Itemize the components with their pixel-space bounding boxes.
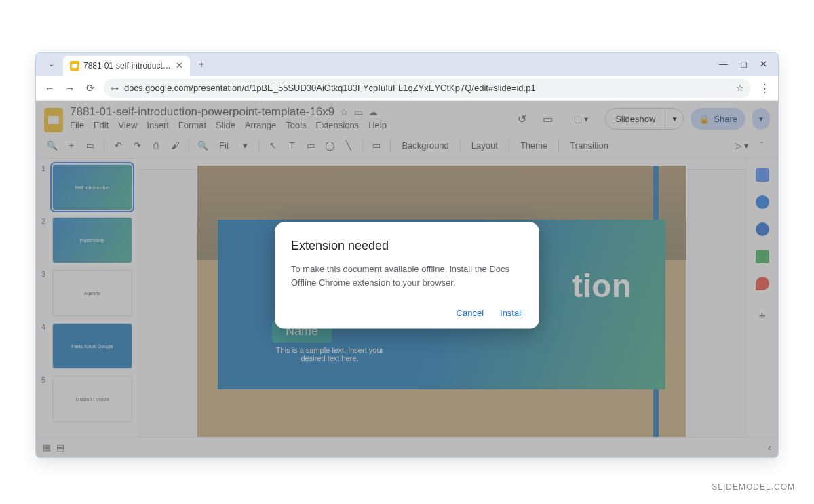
dialog-title: Extension needed	[291, 239, 523, 253]
nav-forward-icon[interactable]: →	[63, 82, 77, 94]
browser-tab[interactable]: 7881-01-self-introduction-pow ✕	[63, 56, 190, 76]
extension-needed-dialog: Extension needed To make this document a…	[275, 222, 539, 329]
tab-strip: ⌄ 7881-01-self-introduction-pow ✕ + — ◻ …	[36, 53, 778, 76]
dialog-cancel-button[interactable]: Cancel	[457, 308, 484, 318]
nav-reload-icon[interactable]: ⟳	[83, 82, 97, 94]
bookmark-star-icon[interactable]: ☆	[736, 83, 744, 93]
nav-back-icon[interactable]: ←	[43, 82, 56, 94]
site-info-icon[interactable]: ⊶	[111, 83, 119, 93]
slides-favicon	[70, 61, 79, 71]
browser-window: ⌄ 7881-01-self-introduction-pow ✕ + — ◻ …	[36, 53, 778, 457]
window-minimize-icon[interactable]: —	[719, 59, 728, 69]
new-tab-button[interactable]: +	[193, 56, 210, 73]
tab-close-icon[interactable]: ✕	[176, 60, 183, 71]
address-bar: ← → ⟳ ⊶ docs.google.com/presentation/d/1…	[36, 76, 778, 101]
omnibox[interactable]: ⊶ docs.google.com/presentation/d/1pBE_55…	[104, 79, 751, 98]
url-text: docs.google.com/presentation/d/1pBE_55SU…	[124, 83, 536, 93]
dialog-body: To make this document available offline,…	[291, 263, 523, 289]
window-maximize-icon[interactable]: ◻	[740, 59, 748, 69]
slides-app: 7881-01-self-introduction-powerpoint-tem…	[36, 101, 778, 457]
watermark: SLIDEMODEL.COM	[712, 482, 795, 492]
dialog-install-button[interactable]: Install	[500, 308, 523, 318]
tab-title: 7881-01-self-introduction-pow	[83, 61, 172, 71]
tab-search-button[interactable]: ⌄	[41, 56, 60, 73]
window-close-icon[interactable]: ✕	[760, 59, 767, 69]
browser-menu-icon[interactable]: ⋮	[758, 82, 771, 94]
